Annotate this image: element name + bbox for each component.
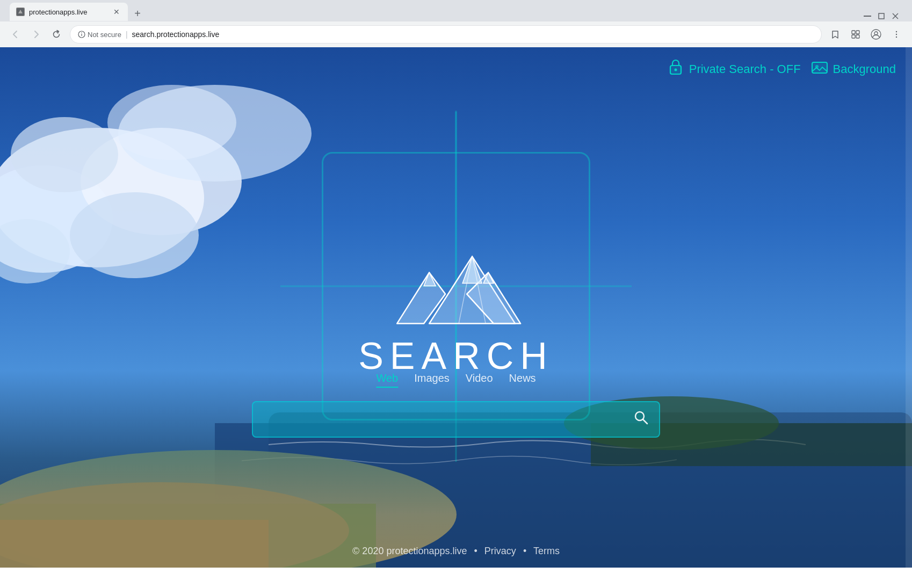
tab-close-button[interactable]: ✕ <box>112 7 121 17</box>
svg-point-8 <box>81 32 82 33</box>
address-bar[interactable]: Not secure | search.protectionapps.live <box>70 25 822 43</box>
svg-point-14 <box>874 32 878 35</box>
svg-point-26 <box>107 85 236 160</box>
logo-area: SEARCH <box>358 232 554 377</box>
page-footer: © 2020 protectionapps.live • Privacy • T… <box>352 546 560 557</box>
search-button[interactable] <box>633 410 648 429</box>
svg-point-23 <box>70 192 199 278</box>
new-tab-button[interactable]: + <box>130 6 145 21</box>
private-search-label: Private Search - OFF <box>689 62 801 76</box>
svg-point-17 <box>896 37 897 38</box>
scrollbar[interactable] <box>906 47 912 568</box>
search-input[interactable] <box>264 413 633 425</box>
svg-point-37 <box>674 69 677 71</box>
tab-favicon <box>16 8 25 16</box>
profile-button[interactable] <box>867 25 885 43</box>
tab-images[interactable]: Images <box>414 370 450 388</box>
title-bar: protectionapps.live ✕ + <box>0 0 912 21</box>
url-display: search.protectionapps.live <box>132 30 220 39</box>
svg-rect-10 <box>856 31 859 34</box>
close-button[interactable] <box>891 11 900 21</box>
background-label: Background <box>833 62 896 76</box>
svg-point-15 <box>896 31 897 32</box>
terms-link[interactable]: Terms <box>533 546 560 556</box>
active-tab[interactable]: protectionapps.live ✕ <box>10 3 128 21</box>
search-box-area <box>252 401 660 438</box>
svg-rect-2 <box>864 16 871 17</box>
reload-button[interactable] <box>47 25 66 43</box>
tab-web[interactable]: Web <box>376 370 398 388</box>
svg-rect-3 <box>879 13 884 19</box>
tab-video[interactable]: Video <box>466 370 493 388</box>
svg-rect-32 <box>0 520 269 568</box>
svg-rect-12 <box>856 35 859 38</box>
logo-svg <box>375 232 537 339</box>
svg-line-49 <box>643 419 647 424</box>
search-tabs: Web Images Video News <box>376 370 535 388</box>
back-button[interactable] <box>6 25 25 43</box>
private-search-button[interactable]: Private Search - OFF <box>668 58 801 80</box>
nav-actions <box>826 25 906 43</box>
navigation-bar: Not secure | search.protectionapps.live <box>0 21 912 47</box>
privacy-link[interactable]: Privacy <box>484 546 516 556</box>
svg-rect-38 <box>812 62 827 73</box>
tab-title: protectionapps.live <box>29 8 107 16</box>
lock-icon <box>668 58 684 80</box>
tab-news[interactable]: News <box>509 370 536 388</box>
copyright-text: © 2020 protectionapps.live <box>352 546 467 556</box>
menu-button[interactable] <box>887 25 906 43</box>
svg-rect-9 <box>852 31 855 34</box>
extensions-button[interactable] <box>846 25 865 43</box>
forward-button[interactable] <box>27 25 45 43</box>
svg-point-22 <box>11 117 118 192</box>
bookmark-button[interactable] <box>826 25 844 43</box>
security-indicator: Not secure <box>78 31 121 39</box>
page-content: Private Search - OFF Background <box>0 47 912 568</box>
page-header: Private Search - OFF Background <box>652 47 912 91</box>
maximize-button[interactable] <box>877 11 886 21</box>
search-box <box>252 401 660 438</box>
svg-rect-11 <box>852 35 855 38</box>
background-button[interactable]: Background <box>812 61 896 78</box>
background-icon <box>812 61 828 78</box>
minimize-button[interactable] <box>863 11 872 21</box>
svg-point-16 <box>896 34 897 35</box>
